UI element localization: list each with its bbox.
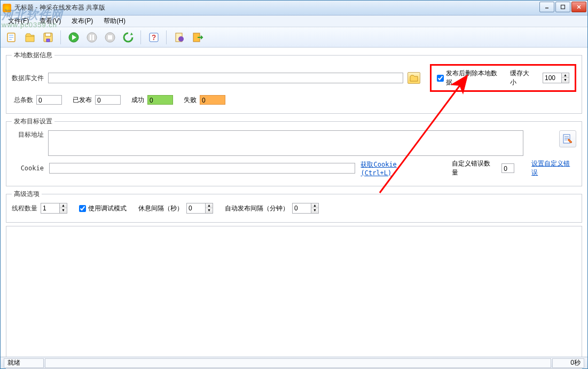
- status-ready: 就绪: [4, 358, 44, 368]
- delete-after-checkbox-label[interactable]: 发布后删除本地数据: [437, 69, 503, 87]
- target-config-button[interactable]: [559, 130, 576, 147]
- svg-point-9: [87, 33, 97, 42]
- threads-label: 线程数量: [12, 204, 37, 213]
- menu-view[interactable]: 查看(V): [35, 15, 65, 27]
- target-url-input[interactable]: [48, 130, 523, 156]
- play-button[interactable]: [66, 29, 82, 45]
- auto-publish-spinner[interactable]: ▲▼: [292, 203, 319, 214]
- published-value: 0: [95, 95, 121, 105]
- close-button[interactable]: [571, 2, 586, 12]
- custom-error-label: 自定义错误数量: [452, 159, 497, 177]
- menubar: 文件(F) 查看(V) 发布(P) 帮助(H): [1, 15, 587, 27]
- advanced-options-legend: 高级选项: [12, 190, 42, 199]
- toolbar: ?: [1, 27, 587, 48]
- auto-publish-label: 自动发布间隔（分钟）: [225, 204, 289, 213]
- cache-size-label: 缓存大小: [510, 69, 535, 87]
- highlighted-options-box: 发布后删除本地数据 缓存大小 ▲▼: [430, 64, 576, 92]
- get-cookie-link[interactable]: 获取Cookie (Ctrl+L): [360, 160, 431, 177]
- threads-input[interactable]: [41, 203, 59, 213]
- cookie-label: Cookie: [12, 164, 44, 172]
- status-time: 0秒: [552, 358, 584, 368]
- menu-publish[interactable]: 发布(P): [67, 15, 97, 27]
- spinner-up-icon[interactable]: ▲: [311, 203, 318, 208]
- spinner-down-icon[interactable]: ▼: [206, 208, 213, 213]
- local-data-legend: 本地数据信息: [12, 51, 54, 60]
- fail-label: 失败: [184, 96, 197, 105]
- fail-value: 0: [200, 95, 225, 105]
- toolbar-separator: [140, 30, 142, 44]
- auto-publish-input[interactable]: [293, 203, 311, 213]
- save-button[interactable]: [40, 29, 56, 45]
- rest-interval-input[interactable]: [187, 203, 205, 213]
- svg-point-17: [178, 36, 184, 42]
- success-label: 成功: [131, 96, 144, 105]
- titlebar: 无标题 - 神采在线发布器 共享版: [1, 1, 587, 15]
- cache-size-input[interactable]: [543, 73, 561, 83]
- svg-rect-11: [92, 35, 94, 40]
- cookie-input[interactable]: [49, 163, 355, 174]
- total-label: 总条数: [14, 96, 33, 105]
- spinner-down-icon[interactable]: ▼: [60, 208, 67, 213]
- statusbar: 就绪 0秒: [1, 357, 587, 368]
- stop-button[interactable]: [102, 29, 118, 45]
- spinner-down-icon[interactable]: ▼: [562, 78, 569, 83]
- spinner-up-icon[interactable]: ▲: [60, 203, 67, 208]
- target-settings-legend: 发布目标设置: [12, 117, 54, 126]
- target-settings-section: 发布目标设置 目标地址 Cookie 获取Cookie (Ctrl+L) 自定义…: [6, 117, 582, 186]
- log-area[interactable]: [6, 226, 582, 369]
- pause-button[interactable]: [84, 29, 100, 45]
- refresh-button[interactable]: [120, 29, 136, 45]
- db-file-label: 数据库文件: [12, 74, 44, 83]
- exit-button[interactable]: [190, 29, 206, 45]
- maximize-button[interactable]: [555, 2, 570, 12]
- toolbar-separator: [166, 30, 167, 44]
- local-data-section: 本地数据信息 数据库文件 发布后删除本地数据 缓存大小 ▲▼ 总条数: [6, 51, 582, 114]
- spinner-up-icon[interactable]: ▲: [206, 203, 213, 208]
- custom-error-value: 0: [501, 163, 514, 173]
- svg-rect-10: [90, 35, 91, 40]
- rest-interval-spinner[interactable]: ▲▼: [186, 203, 213, 214]
- target-url-label: 目标地址: [12, 130, 44, 139]
- svg-rect-1: [561, 5, 565, 9]
- main-window: 无标题 - 神采在线发布器 共享版 河北软件网 www.pc0359.cn 文件…: [0, 0, 588, 369]
- delete-after-checkbox[interactable]: [437, 75, 444, 82]
- menu-file[interactable]: 文件(F): [4, 15, 33, 27]
- settings-button[interactable]: [171, 29, 187, 45]
- rest-interval-label: 休息间隔（秒）: [138, 204, 183, 213]
- success-value: 0: [147, 95, 173, 105]
- app-icon: [3, 4, 11, 12]
- browse-folder-button[interactable]: [407, 72, 420, 84]
- status-middle: [45, 358, 551, 368]
- svg-text:?: ?: [152, 33, 156, 42]
- advanced-options-section: 高级选项 线程数量 ▲▼ 使用调试模式 休息间隔（秒） ▲▼: [6, 190, 582, 223]
- svg-rect-6: [45, 33, 51, 36]
- debug-mode-checkbox[interactable]: [79, 205, 86, 212]
- spinner-down-icon[interactable]: ▼: [311, 208, 318, 213]
- menu-help[interactable]: 帮助(H): [99, 15, 130, 27]
- folder-icon: [410, 74, 418, 82]
- threads-spinner[interactable]: ▲▼: [41, 203, 67, 214]
- toolbar-separator: [60, 30, 61, 44]
- debug-mode-label[interactable]: 使用调试模式: [79, 204, 127, 213]
- minimize-button[interactable]: [539, 2, 554, 12]
- set-custom-error-link[interactable]: 设置自定义错误: [531, 159, 576, 177]
- spinner-up-icon[interactable]: ▲: [562, 73, 569, 78]
- document-edit-icon: [562, 134, 573, 144]
- help-button[interactable]: ?: [146, 29, 162, 45]
- new-button[interactable]: [4, 29, 20, 45]
- db-file-input[interactable]: [48, 73, 403, 83]
- svg-rect-13: [108, 35, 112, 40]
- published-label: 已发布: [73, 96, 92, 105]
- svg-rect-7: [46, 39, 50, 42]
- window-title: 无标题 - 神采在线发布器 共享版: [14, 3, 105, 12]
- cache-size-spinner[interactable]: ▲▼: [543, 73, 569, 83]
- open-button[interactable]: [22, 29, 38, 45]
- total-value: 0: [36, 95, 62, 105]
